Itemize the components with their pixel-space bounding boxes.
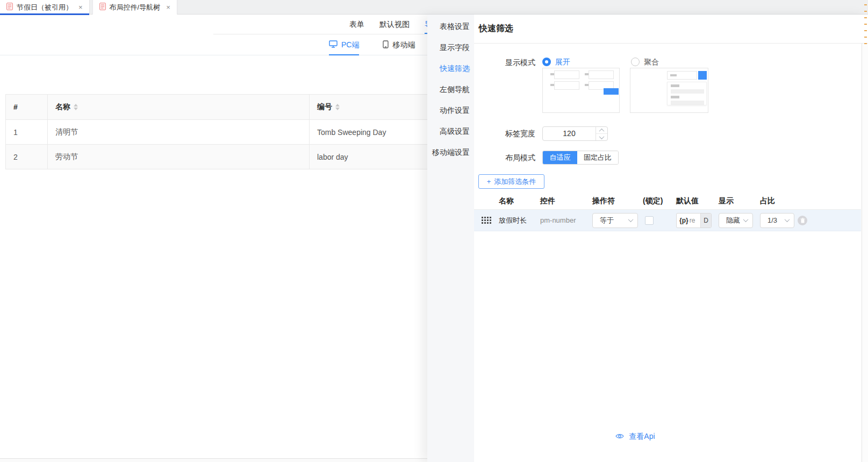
filter-col-default: 默认值 xyxy=(676,196,719,206)
aggregate-mode-preview[interactable] xyxy=(630,68,708,113)
tab-mobile-label: 移动端 xyxy=(392,40,415,50)
filter-col-locked: (锁定) xyxy=(643,196,676,206)
drawer-scrollbar[interactable] xyxy=(862,44,868,462)
radio-aggregate-label[interactable]: 聚合 xyxy=(644,58,659,67)
close-icon[interactable]: × xyxy=(166,4,170,11)
drawer-main: 快速筛选 显示模式 展开 聚合 xyxy=(474,15,868,462)
default-value-toggle-button[interactable]: D xyxy=(700,214,711,228)
layout-mode-segmented: 自适应 固定占比 xyxy=(542,151,619,165)
stepper-up-button[interactable] xyxy=(596,127,607,134)
layout-adaptive-button[interactable]: 自适应 xyxy=(543,151,577,164)
close-icon[interactable]: × xyxy=(78,4,83,11)
filter-field-control: pm-number xyxy=(540,216,592,224)
locked-checkbox[interactable] xyxy=(645,216,654,225)
chevron-down-icon xyxy=(785,217,790,222)
filter-col-display: 显示 xyxy=(719,196,760,206)
radio-expand-label[interactable]: 展开 xyxy=(555,58,570,67)
window-tab-label: 节假日（被引用） xyxy=(17,3,73,12)
tab-pc[interactable]: PC端 xyxy=(329,34,359,55)
drawer-sidebar: 表格设置 显示字段 快速筛选 左侧导航 动作设置 高级设置 移动端设置 xyxy=(427,15,474,462)
column-header-name[interactable]: 名称 xyxy=(48,95,310,119)
filter-row: 放假时长 pm-number 等于 {p} re D 隐藏 xyxy=(474,210,861,231)
document-icon xyxy=(99,3,106,12)
filter-col-name: 名称 xyxy=(499,196,540,206)
device-tabs-row: PC端 移动端 xyxy=(0,34,427,55)
scroll-marker-ticks xyxy=(864,4,867,49)
sidebar-item-mobile-settings[interactable]: 移动端设置 xyxy=(427,142,474,163)
radio-expand[interactable] xyxy=(542,58,551,66)
filter-col-operator: 操作符 xyxy=(592,196,643,206)
sidebar-item-left-nav[interactable]: 左侧导航 xyxy=(427,79,474,100)
view-tabs: 表单 默认视图 导 xyxy=(349,15,432,34)
stepper-down-button[interactable] xyxy=(596,134,607,140)
filter-field-name: 放假时长 xyxy=(499,216,540,225)
phone-icon xyxy=(383,40,389,50)
cell-index: 2 xyxy=(6,145,48,169)
window-tab-label: 布局控件/导航树 xyxy=(110,3,161,12)
expand-mode-preview[interactable] xyxy=(542,68,620,113)
sidebar-item-action-settings[interactable]: 动作设置 xyxy=(427,100,474,121)
sidebar-item-display-fields[interactable]: 显示字段 xyxy=(427,37,474,58)
ratio-select[interactable]: 1/3 xyxy=(760,213,794,228)
tab-pc-label: PC端 xyxy=(341,40,359,50)
monitor-icon xyxy=(329,40,338,49)
number-stepper xyxy=(596,127,607,140)
sort-icon[interactable] xyxy=(74,104,78,110)
label-width-label: 标签宽度 xyxy=(474,126,535,141)
add-filter-button[interactable]: + 添加筛选条件 xyxy=(478,174,544,189)
page-footer-strip xyxy=(0,458,427,462)
radio-aggregate[interactable] xyxy=(631,58,640,66)
view-api-link[interactable]: 查看Api xyxy=(474,432,797,442)
cell-name: 清明节 xyxy=(48,120,310,144)
tab-default-view[interactable]: 默认视图 xyxy=(379,15,410,34)
chevron-down-icon xyxy=(628,217,634,222)
settings-drawer: 表格设置 显示字段 快速筛选 左侧导航 动作设置 高级设置 移动端设置 快速筛选… xyxy=(427,15,868,462)
delete-filter-button[interactable] xyxy=(798,216,807,225)
column-header-index: # xyxy=(6,95,48,119)
window-tab-strip: 节假日（被引用） × 布局控件/导航树 × xyxy=(0,0,868,15)
display-select[interactable]: 隐藏 xyxy=(719,213,753,228)
plus-icon: + xyxy=(487,177,491,186)
drag-handle-icon[interactable] xyxy=(482,217,491,224)
display-mode-label: 显示模式 xyxy=(474,58,535,68)
tab-mobile[interactable]: 移动端 xyxy=(383,34,415,55)
default-value-input[interactable]: {p} re D xyxy=(676,213,712,228)
drawer-title: 快速筛选 xyxy=(474,15,868,44)
chevron-down-icon xyxy=(743,217,749,222)
window-tab-layout-tree[interactable]: 布局控件/导航树 × xyxy=(92,0,177,15)
filter-table-header: 名称 控件 操作符 (锁定) 默认值 显示 占比 xyxy=(474,193,861,210)
sidebar-item-advanced-settings[interactable]: 高级设置 xyxy=(427,121,474,142)
label-width-input[interactable]: 120 xyxy=(542,126,608,141)
eye-icon xyxy=(615,432,629,440)
sidebar-item-quick-filter[interactable]: 快速筛选 xyxy=(427,58,474,79)
cell-name: 劳动节 xyxy=(48,145,310,169)
cell-index: 1 xyxy=(6,120,48,144)
tab-form[interactable]: 表单 xyxy=(349,15,364,34)
document-icon xyxy=(6,3,13,12)
filter-col-ratio: 占比 xyxy=(760,196,798,206)
variable-icon: {p} xyxy=(677,217,690,224)
layout-fixed-button[interactable]: 固定占比 xyxy=(577,151,618,164)
operator-select[interactable]: 等于 xyxy=(592,213,638,228)
sidebar-item-table-settings[interactable]: 表格设置 xyxy=(427,16,474,37)
window-tab-holiday[interactable]: 节假日（被引用） × xyxy=(0,0,90,15)
filter-col-control: 控件 xyxy=(540,196,592,206)
label-width-value[interactable]: 120 xyxy=(543,127,596,140)
layout-mode-label: 布局模式 xyxy=(474,151,535,165)
sort-icon[interactable] xyxy=(335,104,340,110)
trash-icon xyxy=(800,216,805,225)
